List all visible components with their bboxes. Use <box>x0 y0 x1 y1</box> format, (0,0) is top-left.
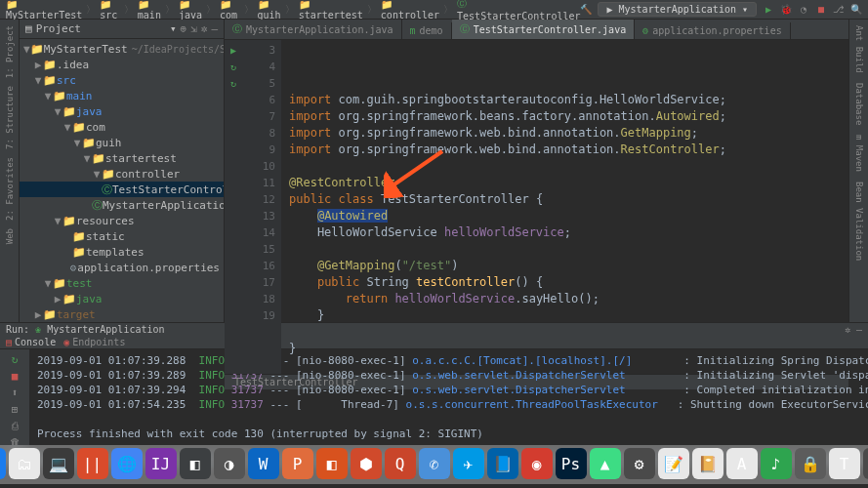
dock-app[interactable]: ▲ <box>590 448 621 479</box>
project-panel-header: ▤ Project ▾ ⊕ ⇲ ✲ — <box>20 20 224 39</box>
dock-app[interactable]: 🔒 <box>795 448 826 479</box>
dock-app[interactable]: 📔 <box>692 448 723 479</box>
toolbar-right: 🔨 ▶ MystarterApplication ▾ ▶ 🐞 ◔ ■ ⎇ 🔍 <box>580 2 862 17</box>
breadcrumb-item[interactable]: 📁 MyStarterTest <box>6 0 82 20</box>
tree-node[interactable]: ⒸMystarterApplication <box>20 197 224 213</box>
dock-app[interactable]: Ps <box>556 448 587 479</box>
dock-app[interactable]: ✈ <box>453 448 484 479</box>
dock-app[interactable]: ⬢ <box>351 448 382 479</box>
dock-app[interactable]: T <box>829 448 860 479</box>
rerun-icon[interactable]: ↻ <box>12 353 19 366</box>
breadcrumb-item[interactable]: 📁 com <box>220 0 240 20</box>
tab-endpoints[interactable]: ◉Endpoints <box>63 337 125 347</box>
tool-bean-validation[interactable]: Bean Validation <box>854 180 864 263</box>
tree-node[interactable]: ▼📁controller <box>20 166 224 182</box>
breadcrumb-item[interactable]: 📁 guih <box>258 0 281 20</box>
dock-app[interactable]: ⊞ <box>863 448 869 479</box>
dock-app[interactable]: ◧ <box>180 448 211 479</box>
dock-app[interactable]: 📝 <box>658 448 689 479</box>
tree-node[interactable]: ▼📁resources <box>20 213 224 228</box>
editor-tab[interactable]: ⒸTestStarterController.java <box>452 20 636 39</box>
tool-database[interactable]: Database <box>854 81 864 127</box>
search-icon[interactable]: 🔍 <box>850 4 862 16</box>
stop-icon[interactable]: ■ <box>815 4 827 16</box>
dock-app[interactable]: P <box>282 448 313 479</box>
up-icon[interactable]: ⬆ <box>12 386 19 399</box>
panel-gear-icon[interactable]: ✲ <box>201 22 208 35</box>
panel-hide-icon[interactable]: — <box>211 22 218 35</box>
dock-app[interactable]: || <box>77 448 108 479</box>
tree-node[interactable]: ▶📁java <box>20 291 224 306</box>
tree-node[interactable]: ▼📁java <box>20 103 224 119</box>
tree-node[interactable]: ▼📁guih <box>20 135 224 150</box>
line-numbers: 345678910111213141516171819 <box>242 40 281 374</box>
tool-maven[interactable]: m Maven <box>854 133 864 174</box>
dock-app[interactable]: ✉ <box>0 448 6 479</box>
dock-app[interactable]: 🗂 <box>9 448 40 479</box>
tool-structure[interactable]: 7: Structure <box>5 84 15 151</box>
dock-app[interactable]: ⚙ <box>624 448 655 479</box>
dock-app[interactable]: IJ <box>145 448 177 479</box>
panel-dropdown-icon[interactable]: ▾ <box>170 22 177 35</box>
dock-app[interactable]: 💻 <box>43 448 74 479</box>
dock-app[interactable]: ♪ <box>761 448 792 479</box>
run-hide-icon[interactable]: — <box>856 324 862 335</box>
tree-node[interactable]: 📁static <box>20 228 224 244</box>
dock-app[interactable]: W <box>248 448 279 479</box>
macos-dock[interactable]: 😀🧭✉🗂💻||🌐IJ◧◑WP◧⬢Q✆✈📘◉Ps▲⚙📝📔A♪🔒T⊞↓🗑 <box>0 445 868 484</box>
top-toolbar: 📁 MyStarterTest〉📁 src〉📁 main〉📁 java〉📁 co… <box>0 0 868 20</box>
tree-node[interactable]: ▼📁com <box>20 119 224 135</box>
editor-tabs: ⒸMystarterApplication.javamdemoⒸTestStar… <box>225 20 848 40</box>
code-editor[interactable]: import com.guih.springbootstarterautocon… <box>281 40 848 374</box>
tab-console[interactable]: ▤Console <box>6 337 56 347</box>
tool-ant[interactable]: Ant Build <box>854 23 864 75</box>
tree-node[interactable]: ▼📁startertest <box>20 150 224 166</box>
dock-app[interactable]: ◧ <box>316 448 348 479</box>
panel-settings-icon[interactable]: ⊕ <box>181 22 187 35</box>
run-icon[interactable]: ▶ <box>763 4 774 16</box>
tool-web[interactable]: Web <box>5 226 15 246</box>
debug-icon[interactable]: 🐞 <box>780 4 792 16</box>
tool-project[interactable]: 1: Project <box>5 23 15 80</box>
breadcrumb-item[interactable]: 📁 main <box>138 0 161 20</box>
vcs-icon[interactable]: ⎇ <box>833 4 845 16</box>
tree-node[interactable]: ▼📁test <box>20 275 224 291</box>
editor-body: ▶↻↻ 345678910111213141516171819 import c… <box>225 40 848 374</box>
dock-app[interactable]: A <box>726 448 758 479</box>
layout-icon[interactable]: ⊞ <box>12 403 19 416</box>
stop-run-icon[interactable]: ■ <box>12 370 19 383</box>
run-config-name: MystarterApplication <box>47 324 164 335</box>
tree-node[interactable]: ▶📁target <box>20 306 224 322</box>
breadcrumb: 📁 MyStarterTest〉📁 src〉📁 main〉📁 java〉📁 co… <box>6 0 580 21</box>
tree-node[interactable]: ▼📁MyStarterTest~/IdeaProjects/SpringB <box>20 41 224 57</box>
editor-tab[interactable]: ⒸMystarterApplication.java <box>225 20 402 39</box>
project-tree[interactable]: ▼📁MyStarterTest~/IdeaProjects/SpringB▶📁.… <box>20 39 224 322</box>
dock-app[interactable]: 🌐 <box>111 448 143 479</box>
editor-tab[interactable]: mdemo <box>402 22 452 39</box>
breadcrumb-item[interactable]: 📁 startertest <box>299 0 363 20</box>
dock-app[interactable]: ◑ <box>214 448 245 479</box>
tree-node[interactable]: ▼📁main <box>20 88 224 103</box>
breadcrumb-item[interactable]: 📁 java <box>179 0 202 20</box>
coverage-icon[interactable]: ◔ <box>798 4 809 16</box>
print-icon[interactable]: ⎙ <box>12 420 19 432</box>
tree-node[interactable]: ▼📁src <box>20 72 224 88</box>
tree-node[interactable]: ▶📁.idea <box>20 57 224 72</box>
run-toolbar: ↻ ■ ⬆ ⊞ ⎙ 🗑 <box>0 349 29 449</box>
dock-app[interactable]: 📘 <box>487 448 518 479</box>
tool-favorites[interactable]: 2: Favorites <box>5 155 15 223</box>
build-icon[interactable]: 🔨 <box>580 4 592 16</box>
run-config-selector[interactable]: ▶ MystarterApplication ▾ <box>598 2 757 17</box>
gutter-icons: ▶↻↻ <box>225 40 242 374</box>
dock-app[interactable]: Q <box>385 448 416 479</box>
panel-collapse-icon[interactable]: ⇲ <box>190 22 197 35</box>
tree-node[interactable]: ⒸTestStarterController <box>20 182 224 197</box>
breadcrumb-item[interactable]: 📁 controller <box>381 0 439 20</box>
editor-tab[interactable]: ⚙application.properties <box>635 22 790 39</box>
tree-node[interactable]: ⚙application.properties <box>20 260 224 275</box>
tree-node[interactable]: 📁templates <box>20 244 224 260</box>
dock-app[interactable]: ✆ <box>419 448 450 479</box>
breadcrumb-item[interactable]: 📁 src <box>100 0 120 20</box>
dock-app[interactable]: ◉ <box>521 448 553 479</box>
breadcrumb-item[interactable]: Ⓒ TestStarterController <box>457 0 580 21</box>
